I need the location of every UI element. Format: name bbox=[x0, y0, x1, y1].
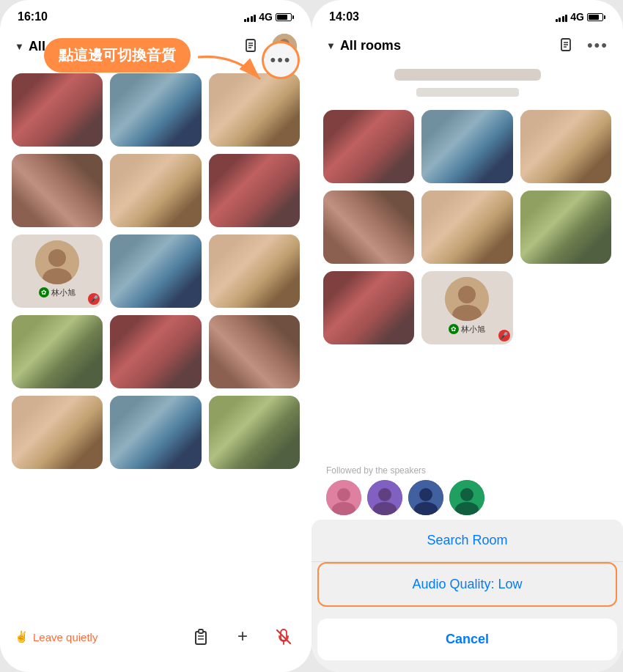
grid-cell-4-2 bbox=[110, 315, 201, 388]
signal-bar-1 bbox=[556, 19, 558, 22]
right-document-icon-btn[interactable] bbox=[555, 34, 578, 57]
right-user-name-row: ✿ 林小旭 bbox=[449, 324, 485, 335]
right-battery bbox=[587, 13, 605, 21]
battery-body bbox=[276, 13, 292, 21]
audio-quality-btn[interactable]: Audio Quality: Low bbox=[317, 562, 617, 607]
svg-text:+: + bbox=[237, 628, 248, 646]
right-grid-row-1 bbox=[323, 110, 611, 183]
left-battery bbox=[276, 13, 294, 21]
blurred-room-title bbox=[394, 69, 541, 81]
left-bottom-bar: ✌️ Leave quietly + bbox=[0, 615, 312, 672]
right-panel: 14:03 4G ▼ All rooms bbox=[312, 0, 623, 672]
cell-image bbox=[209, 235, 300, 308]
bottom-sheet: Search Room Audio Quality: Low Cancel bbox=[312, 520, 623, 672]
room-header-info bbox=[312, 64, 623, 106]
add-icon-btn[interactable]: + bbox=[229, 624, 256, 650]
cell-image bbox=[323, 110, 414, 183]
grid-cell-2-1 bbox=[12, 154, 103, 227]
cancel-btn[interactable]: Cancel bbox=[317, 619, 617, 660]
followed-avatar-2 bbox=[367, 480, 402, 515]
right-grid: ✿ 林小旭 🎤 bbox=[312, 106, 623, 462]
cell-image bbox=[110, 154, 201, 227]
right-cell-1-1 bbox=[323, 110, 414, 183]
right-mic-slash-icon: 🎤 bbox=[498, 330, 510, 341]
cell-image bbox=[110, 315, 201, 388]
cell-image bbox=[12, 73, 103, 147]
mute-microphone-icon bbox=[274, 627, 293, 646]
grid-row-3: ✿ 林小旭 🎤 bbox=[12, 235, 300, 308]
follower-1-img bbox=[326, 480, 361, 515]
cell-image bbox=[12, 315, 103, 388]
right-three-dots-menu[interactable]: ••• bbox=[587, 36, 608, 55]
grid-cell-5-3 bbox=[209, 396, 300, 469]
cell-image bbox=[110, 396, 201, 469]
cell-image bbox=[110, 235, 201, 308]
grid-row-2 bbox=[12, 154, 300, 227]
signal-bar-3 bbox=[251, 16, 253, 22]
followed-avatar-3 bbox=[408, 480, 443, 515]
leave-label: Leave quietly bbox=[33, 631, 97, 643]
grid-row-4 bbox=[12, 315, 300, 388]
signal-bar-2 bbox=[247, 18, 249, 22]
right-cell-2-2 bbox=[421, 191, 512, 264]
chevron-down-icon: ▼ bbox=[15, 41, 24, 52]
left-status-bar: 16:10 4G bbox=[0, 0, 312, 28]
grid-cell-3-3 bbox=[209, 235, 300, 308]
battery-fill bbox=[277, 15, 287, 20]
search-room-btn[interactable]: Search Room bbox=[312, 520, 623, 561]
leave-quietly-btn[interactable]: ✌️ Leave quietly bbox=[15, 630, 97, 643]
speaker-badge-icon: ✿ bbox=[39, 287, 49, 298]
svg-point-32 bbox=[419, 488, 432, 501]
grid-cell-4-3 bbox=[209, 315, 300, 388]
right-chevron-down-icon: ▼ bbox=[326, 40, 336, 51]
grid-row-5 bbox=[12, 396, 300, 469]
clipboard-icon bbox=[192, 627, 211, 646]
right-cell-1-3 bbox=[520, 110, 611, 183]
left-grid: ✿ 林小旭 🎤 bbox=[0, 66, 312, 615]
svg-point-9 bbox=[48, 249, 66, 267]
right-grid-row-3: ✿ 林小旭 🎤 bbox=[323, 271, 611, 344]
right-user-photo-img bbox=[445, 277, 489, 321]
right-status-bar: 14:03 4G bbox=[312, 0, 623, 28]
blurred-room-subtitle bbox=[416, 88, 519, 97]
user-name-label: 林小旭 bbox=[51, 287, 75, 298]
cell-image bbox=[323, 191, 414, 264]
right-time: 14:03 bbox=[329, 10, 359, 23]
cell-image bbox=[209, 315, 300, 388]
right-header-right: ••• bbox=[555, 34, 608, 57]
user-photo-img bbox=[35, 240, 79, 284]
svg-point-23 bbox=[458, 286, 476, 303]
right-battery-tip bbox=[604, 15, 605, 19]
svg-point-35 bbox=[460, 488, 473, 501]
grid-cell-3-1-user: ✿ 林小旭 🎤 bbox=[12, 235, 103, 308]
right-header-title[interactable]: All rooms bbox=[340, 38, 401, 53]
right-signal-bars bbox=[556, 12, 568, 22]
right-cell-2-3 bbox=[520, 191, 611, 264]
followed-avatars bbox=[326, 480, 608, 515]
left-signal bbox=[244, 12, 257, 22]
cell-image bbox=[323, 271, 414, 344]
cell-image bbox=[110, 73, 201, 147]
left-status-icons: 4G bbox=[244, 11, 294, 23]
left-panel: 16:10 4G ▼ All rooms bbox=[0, 0, 312, 672]
right-cell-3-1 bbox=[323, 271, 414, 344]
clipboard-icon-btn[interactable] bbox=[188, 624, 215, 650]
annotation-bubble: 點這邊可切換音質 bbox=[44, 38, 191, 73]
right-status-icons: 4G bbox=[556, 11, 605, 23]
svg-rect-12 bbox=[199, 629, 203, 633]
signal-bar-2 bbox=[559, 18, 561, 22]
cell-image bbox=[421, 110, 512, 183]
mute-icon-btn[interactable] bbox=[270, 624, 297, 650]
cell-image bbox=[12, 154, 103, 227]
signal-bar-1 bbox=[244, 19, 246, 22]
followed-section: Followed by the speakers bbox=[312, 462, 623, 520]
follower-3-img bbox=[408, 480, 443, 515]
right-header: ▼ All rooms ••• bbox=[312, 28, 623, 64]
right-network-type: 4G bbox=[570, 11, 584, 23]
grid-cell-2-3 bbox=[209, 154, 300, 227]
right-user-photo bbox=[445, 277, 489, 321]
audio-quality-label: Audio Quality: Low bbox=[412, 577, 522, 592]
cell-image bbox=[520, 110, 611, 183]
right-battery-body bbox=[587, 13, 603, 21]
annotation-arrow bbox=[191, 50, 271, 94]
